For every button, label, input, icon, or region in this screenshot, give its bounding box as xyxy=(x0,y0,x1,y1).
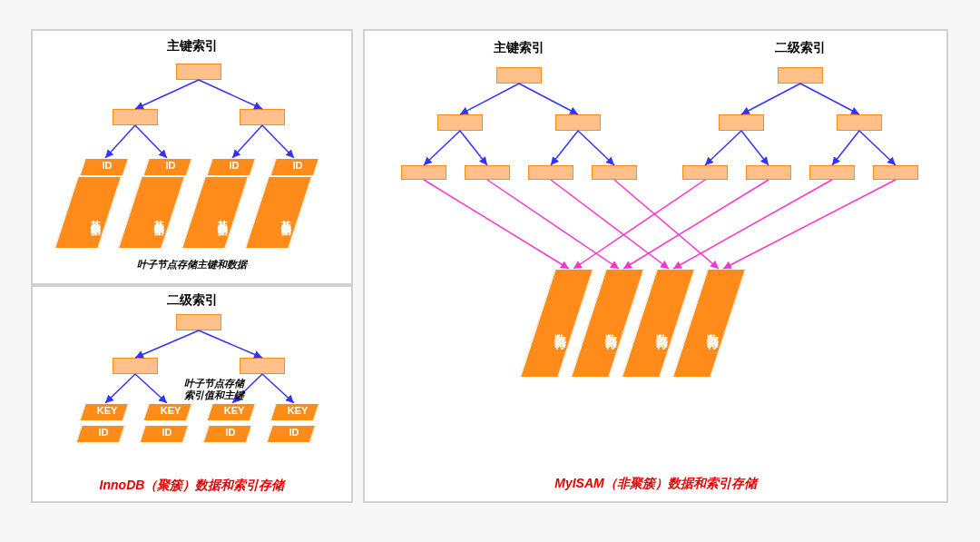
svg-line-21 xyxy=(741,131,769,165)
tree-node xyxy=(176,64,221,80)
leaf-node xyxy=(528,165,573,180)
svg-line-24 xyxy=(424,180,569,269)
svg-line-31 xyxy=(723,180,896,269)
svg-line-8 xyxy=(105,374,135,403)
leaf-id-label: ID xyxy=(212,427,249,438)
leaf-id-label: ID xyxy=(154,160,187,171)
tree-node xyxy=(113,358,158,374)
leaf-id-label: ID xyxy=(91,160,123,171)
leaf-id-label: ID xyxy=(85,427,122,438)
note-line: 叶子节点存储 xyxy=(184,378,244,389)
svg-line-17 xyxy=(578,131,614,165)
svg-line-5 xyxy=(262,125,294,158)
leaf-node xyxy=(401,165,446,180)
leaf-data-label: 其他数据 xyxy=(152,183,166,247)
leaf-id-label: ID xyxy=(149,427,185,438)
tree-node xyxy=(240,109,285,125)
myisam-secondary-title: 二级索引 xyxy=(728,40,873,56)
innodb-primary-title: 主键索引 xyxy=(33,38,351,54)
svg-line-6 xyxy=(135,330,199,358)
leaf-node xyxy=(682,165,728,180)
svg-line-28 xyxy=(573,180,705,269)
innodb-primary-note: 叶子节点存储主键和数据 xyxy=(33,258,351,271)
myisam-primary-title: 主键索引 xyxy=(446,40,592,56)
innodb-primary-panel: 主键索引 ID 其他数据 ID 其他数据 ID 其他数据 xyxy=(31,29,353,285)
leaf-key-label: KEY xyxy=(152,405,189,416)
svg-line-27 xyxy=(614,180,719,269)
data-row-label: 数据行 xyxy=(653,287,670,369)
innodb-secondary-note: 叶子节点存储 索引值和主键 xyxy=(164,378,264,401)
myisam-arrows xyxy=(365,31,946,501)
innodb-secondary-title: 二级索引 xyxy=(33,292,351,309)
tree-node xyxy=(555,114,601,131)
data-row-label: 数据行 xyxy=(704,287,720,369)
svg-line-25 xyxy=(487,180,619,269)
leaf-data-label: 其他数据 xyxy=(216,183,230,247)
leaf-id-label: ID xyxy=(276,427,312,438)
svg-line-7 xyxy=(199,330,262,358)
leaf-data-label: 其他数据 xyxy=(89,183,103,247)
leaf-id-label: ID xyxy=(218,160,250,171)
tree-node xyxy=(437,114,483,131)
svg-line-1 xyxy=(199,80,262,109)
tree-node xyxy=(778,67,823,84)
leaf-id-label: ID xyxy=(281,160,314,171)
svg-line-26 xyxy=(551,180,669,269)
svg-line-29 xyxy=(623,180,769,269)
svg-line-2 xyxy=(105,125,135,158)
innodb-caption: InnoDB（聚簇）数据和索引存储 xyxy=(33,478,351,494)
tree-node xyxy=(113,109,158,125)
data-row-label: 数据行 xyxy=(603,287,619,369)
note-line: 索引值和主键 xyxy=(184,389,244,400)
svg-line-18 xyxy=(741,84,800,114)
svg-line-12 xyxy=(460,84,519,114)
svg-line-20 xyxy=(705,131,741,165)
svg-line-30 xyxy=(673,180,832,269)
tree-node xyxy=(496,67,542,84)
myisam-panel: 主键索引 二级索引 数据行 数据行 数据行 数据行 xyxy=(363,29,948,503)
svg-line-0 xyxy=(135,80,199,109)
tree-node xyxy=(176,314,221,330)
leaf-key-label: KEY xyxy=(216,405,252,416)
svg-line-9 xyxy=(135,374,167,403)
innodb-secondary-panel: 二级索引 叶子节点存储 索引值和主键 KEY ID KEY ID KEY xyxy=(31,285,353,503)
data-row-label: 数据行 xyxy=(552,287,568,369)
leaf-node xyxy=(465,165,510,180)
leaf-node xyxy=(592,165,637,180)
leaf-node xyxy=(809,165,855,180)
svg-line-14 xyxy=(424,131,460,165)
leaf-key-label: KEY xyxy=(279,405,316,416)
svg-line-23 xyxy=(859,131,896,165)
leaf-key-label: KEY xyxy=(89,405,125,416)
tree-node xyxy=(837,114,882,131)
leaf-data-label: 其他数据 xyxy=(279,183,293,247)
leaf-node xyxy=(746,165,791,180)
svg-line-3 xyxy=(135,125,167,158)
svg-line-15 xyxy=(460,131,487,165)
svg-line-19 xyxy=(800,84,859,114)
myisam-caption: MyISAM（非聚簇）数据和索引存储 xyxy=(365,476,946,492)
svg-line-4 xyxy=(232,125,262,158)
svg-line-13 xyxy=(519,84,578,114)
leaf-node xyxy=(873,165,918,180)
svg-line-11 xyxy=(262,374,294,403)
tree-node xyxy=(719,114,764,131)
svg-line-22 xyxy=(832,131,859,165)
svg-line-16 xyxy=(551,131,578,165)
tree-node xyxy=(240,358,285,374)
